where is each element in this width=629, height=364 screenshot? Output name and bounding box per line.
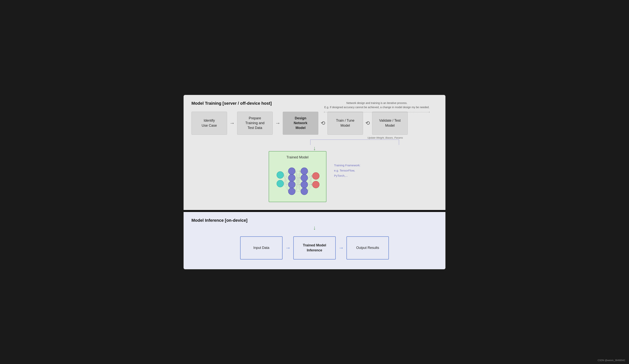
svg-line-38 [308, 176, 313, 185]
down-arrow-1: ↓ [191, 145, 438, 151]
svg-point-8 [301, 181, 308, 188]
watermark: CSDN @weixin_38498942 [598, 359, 625, 362]
svg-point-11 [313, 181, 319, 188]
svg-point-0 [277, 171, 284, 178]
main-container: Model Training [server / off-device host… [183, 95, 446, 269]
training-section: Model Training [server / off-device host… [183, 95, 446, 210]
svg-point-5 [288, 188, 295, 195]
svg-point-1 [277, 180, 284, 187]
svg-line-17 [284, 178, 288, 184]
section-separator [183, 210, 446, 212]
arrow-2: → [275, 120, 280, 126]
bracket-line [310, 139, 399, 145]
neural-network-diagram [275, 162, 321, 197]
trained-model-box: Trained Model [269, 151, 326, 202]
flow-box-prepare: PrepareTraining andTest Data [237, 112, 273, 135]
svg-line-40 [308, 171, 313, 185]
inference-arrow-1: → [285, 245, 291, 251]
arrow-loop-1: ⟲ [321, 120, 325, 126]
inference-box-input: Input Data [240, 236, 283, 259]
svg-point-10 [313, 172, 319, 179]
framework-title: Training Framework: [334, 163, 360, 168]
svg-point-3 [288, 174, 295, 181]
flow-box-validate: Validate / TestModel [372, 112, 408, 135]
inference-arrow-2: → [338, 245, 344, 251]
svg-point-6 [301, 168, 308, 175]
flow-box-design: DesignNetworkModel [283, 112, 318, 135]
arrow-loop-2: ⟲ [365, 120, 370, 126]
svg-line-36 [308, 171, 313, 176]
inference-section: Model Inference [on-device] ↓ Input Data… [183, 212, 446, 269]
flow-box-train: Train / TuneModel [327, 112, 363, 135]
inference-flow-row: Input Data → Trained ModelInference → Ou… [191, 236, 438, 259]
inference-title: Model Inference [on-device] [191, 218, 438, 223]
arrow-1: → [229, 120, 235, 126]
inference-box-model: Trained ModelInference [293, 236, 336, 259]
iterative-note: Network design and training is an iterat… [324, 101, 430, 114]
framework-note: Training Framework: e.g. TensorFlow,PyTo… [334, 163, 360, 178]
svg-line-18 [284, 184, 288, 185]
flow-box-identify: IdentifyUse Case [191, 112, 227, 135]
svg-point-7 [301, 174, 308, 181]
svg-line-19 [284, 184, 288, 191]
bracket-container [191, 139, 438, 145]
svg-point-2 [288, 168, 295, 175]
iterative-line1: Network design and training is an iterat… [324, 101, 430, 105]
update-params-label: Update Weight, Biases, Params [367, 136, 403, 139]
svg-point-4 [288, 181, 295, 188]
model-framework-row: Trained Model [191, 151, 438, 202]
inference-box-output: Output Results [346, 236, 389, 259]
iterative-arrow: ‹·······································… [324, 110, 430, 114]
iterative-line2: E.g. If designed accuracy cannot be achi… [324, 105, 430, 109]
down-arrow-2: ↓ [191, 225, 438, 231]
svg-point-9 [301, 188, 308, 195]
svg-line-43 [308, 185, 313, 191]
trained-model-label: Trained Model [273, 155, 322, 159]
training-flow-row: IdentifyUse Case → PrepareTraining andTe… [191, 112, 438, 135]
framework-examples: e.g. TensorFlow,PyTorch,... [334, 168, 360, 178]
